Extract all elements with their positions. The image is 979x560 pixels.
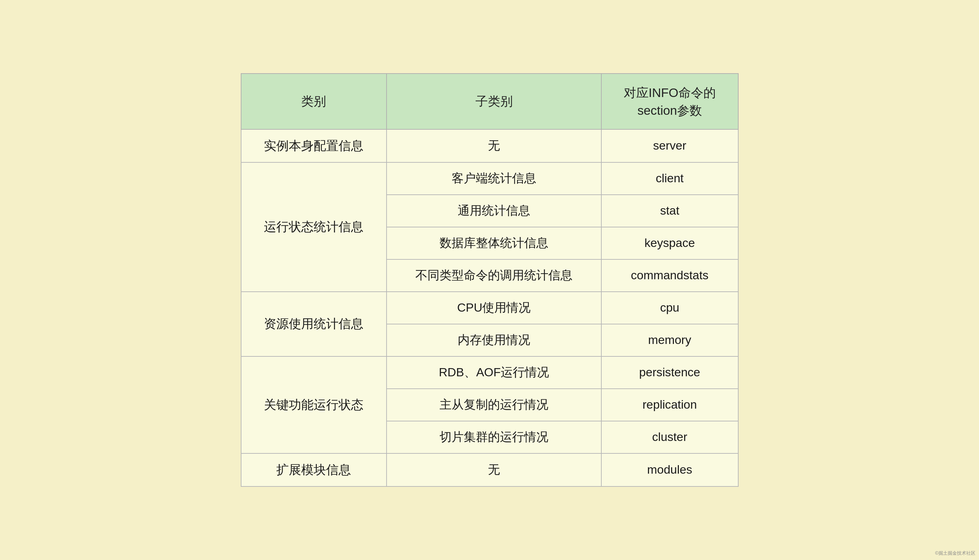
subcategory-cell: 通用统计信息 [386, 195, 601, 227]
section-cell: cpu [601, 292, 738, 324]
info-table: 类别 子类别 对应INFO命令的section参数 实例本身配置信息无serve… [241, 73, 738, 487]
section-cell: stat [601, 195, 738, 227]
subcategory-cell: 切片集群的运行情况 [386, 421, 601, 453]
section-cell: replication [601, 389, 738, 421]
subcategory-cell: 客户端统计信息 [386, 162, 601, 195]
category-cell: 扩展模块信息 [241, 453, 387, 487]
header-subcategory: 子类别 [386, 73, 601, 129]
section-cell: client [601, 162, 738, 195]
section-cell: persistence [601, 357, 738, 389]
table-row: 关键功能运行状态RDB、AOF运行情况persistence [241, 357, 738, 389]
category-cell: 关键功能运行状态 [241, 357, 387, 453]
subcategory-cell: 无 [386, 453, 601, 487]
subcategory-cell: 内存使用情况 [386, 324, 601, 357]
section-cell: cluster [601, 421, 738, 453]
watermark: ©掘土掘金技术社区 [935, 550, 976, 557]
category-cell: 运行状态统计信息 [241, 162, 387, 292]
table-row: 扩展模块信息无modules [241, 453, 738, 487]
table-row: 运行状态统计信息客户端统计信息client [241, 162, 738, 195]
subcategory-cell: 数据库整体统计信息 [386, 227, 601, 259]
subcategory-cell: 主从复制的运行情况 [386, 389, 601, 421]
table-row: 资源使用统计信息CPU使用情况cpu [241, 292, 738, 324]
header-section-text: 对应INFO命令的section参数 [624, 86, 716, 117]
subcategory-cell: CPU使用情况 [386, 292, 601, 324]
subcategory-cell: 不同类型命令的调用统计信息 [386, 259, 601, 292]
section-cell: keyspace [601, 227, 738, 259]
section-cell: server [601, 129, 738, 162]
category-cell: 资源使用统计信息 [241, 292, 387, 357]
section-cell: commandstats [601, 259, 738, 292]
table-row: 实例本身配置信息无server [241, 129, 738, 162]
header-category: 类别 [241, 73, 387, 129]
subcategory-cell: RDB、AOF运行情况 [386, 357, 601, 389]
section-cell: modules [601, 453, 738, 487]
header-section: 对应INFO命令的section参数 [601, 73, 738, 129]
category-cell: 实例本身配置信息 [241, 129, 387, 162]
subcategory-cell: 无 [386, 129, 601, 162]
table-container: 类别 子类别 对应INFO命令的section参数 实例本身配置信息无serve… [241, 73, 738, 487]
section-cell: memory [601, 324, 738, 357]
